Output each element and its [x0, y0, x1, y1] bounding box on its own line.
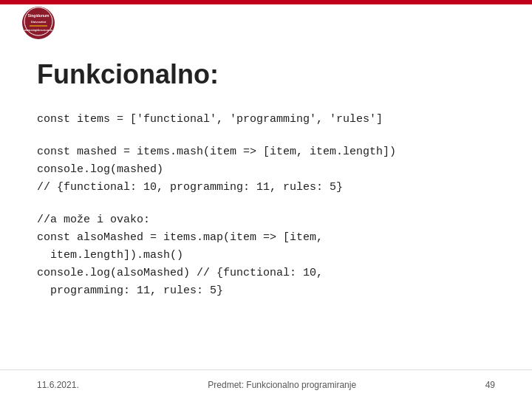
logo-text: Singidunum Univerzitet www.singidunum.ac… [24, 7, 53, 38]
footer-page: 49 [485, 380, 495, 390]
slide-title: Funkcionalno: [37, 59, 495, 90]
svg-text:Univerzitet: Univerzitet [31, 20, 47, 24]
code-line: //a može i ovako: [37, 211, 495, 229]
footer-subject: Predmet: Funkcionalno programiranje [208, 380, 356, 390]
footer-date: 11.6.2021. [37, 380, 79, 390]
code-line: item.length]).mash() [37, 247, 495, 265]
code-line: const mashed = items.mash(item => [item,… [37, 143, 495, 161]
logo-circle: Singidunum Univerzitet www.singidunum.ac… [22, 7, 55, 39]
code-section-1: const items = ['functional', 'programmin… [37, 111, 495, 129]
code-section-2: const mashed = items.mash(item => [item,… [37, 143, 495, 197]
code-line: console.log(alsoMashed) // {functional: … [37, 265, 495, 282]
svg-text:www.singidunum.ac.rs: www.singidunum.ac.rs [24, 29, 52, 32]
code-block: const items = ['functional', 'programmin… [37, 111, 495, 300]
code-line: const items = ['functional', 'programmin… [37, 111, 495, 129]
code-line: programming: 11, rules: 5} [37, 282, 495, 300]
code-line: console.log(mashed) [37, 161, 495, 179]
code-line: // {functional: 10, programming: 11, rul… [37, 179, 495, 197]
code-section-3: //a može i ovako: const alsoMashed = ite… [37, 211, 495, 300]
top-bar [0, 0, 532, 4]
footer: 11.6.2021. Predmet: Funkcionalno program… [0, 369, 532, 399]
main-content: Funkcionalno: const items = ['functional… [0, 44, 532, 369]
logo-area: Singidunum Univerzitet www.singidunum.ac… [9, 6, 68, 39]
code-line: const alsoMashed = items.map(item => [it… [37, 229, 495, 247]
svg-text:Singidunum: Singidunum [28, 13, 50, 18]
